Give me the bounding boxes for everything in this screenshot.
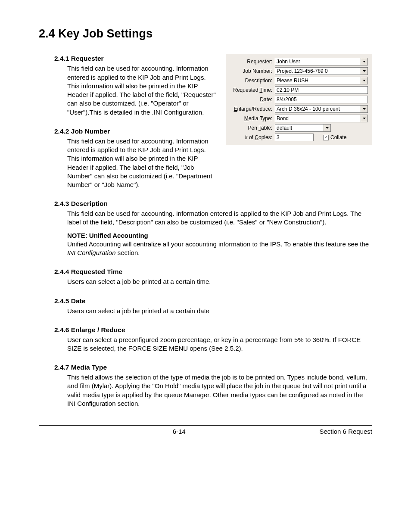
label-requester: Requester: [227, 58, 273, 65]
collate-checkbox[interactable]: ✓ Collate [323, 134, 346, 141]
note-body: Unified Accounting will centralize all y… [67, 240, 372, 258]
dropdown-icon[interactable] [361, 58, 367, 65]
page-title: 2.4 Key Job Settings [39, 26, 372, 41]
enlarge-reduce-value: Arch D 36x24 - 100 percent [277, 106, 340, 112]
pen-table-combo[interactable]: default [275, 124, 331, 132]
job-number-combo[interactable]: Project 123-456-789 0 [275, 67, 368, 75]
date-value: 8/4/2005 [277, 96, 297, 103]
label-pen-table: Pen Table: [227, 124, 273, 131]
section-job-number: 2.4.2 Job Number This field can be used … [39, 127, 217, 189]
page-number: 6-14 [39, 427, 319, 436]
section-head: 2.4.7 Media Type [54, 363, 372, 372]
dropdown-icon[interactable] [361, 106, 367, 112]
copies-field[interactable]: 3 [275, 134, 314, 141]
section-body: Users can select a job be printed at a c… [54, 277, 372, 286]
requested-time-field[interactable]: 02:10 PM [275, 86, 368, 94]
section-head: 2.4.5 Date [54, 297, 372, 306]
pen-table-value: default [277, 124, 292, 131]
section-media-type: 2.4.7 Media Type This field allows the s… [39, 363, 372, 408]
section-requested-time: 2.4.4 Requested Time Users can select a … [39, 268, 372, 286]
label-media-type: Media Type: [227, 115, 273, 122]
section-body: User can select a preconfigured zoom per… [54, 336, 372, 353]
section-body: This field can be used for accounting. I… [54, 137, 217, 190]
requester-combo[interactable]: John User [275, 58, 368, 65]
label-requested-time: Requested Time: [227, 87, 273, 93]
section-head: 2.4.2 Job Number [54, 127, 217, 136]
dropdown-icon[interactable] [361, 115, 367, 122]
date-field[interactable]: 8/4/2005 [275, 96, 368, 103]
dropdown-icon[interactable] [361, 68, 367, 75]
job-settings-form: Requester: John User Job Number: Project… [226, 54, 372, 145]
copies-value: 3 [277, 134, 280, 141]
media-type-value: Bond [277, 115, 289, 122]
label-enlarge-reduce: Enlarge/Reduce: [227, 106, 273, 112]
section-body: This field can be used for accounting. I… [67, 209, 372, 227]
section-description: 2.4.3 Description This field can be used… [39, 199, 372, 257]
label-description: Description: [227, 77, 273, 84]
section-head: 2.4.3 Description [54, 199, 372, 208]
section-head: 2.4.4 Requested Time [54, 268, 372, 277]
section-requester: 2.4.1 Requester This field can be used f… [39, 54, 217, 116]
footer-section: Section 6 Request [319, 427, 372, 436]
job-number-value: Project 123-456-789 0 [277, 68, 328, 75]
section-head: 2.4.1 Requester [54, 54, 217, 63]
section-enlarge-reduce: 2.4.6 Enlarge / Reduce User can select a… [39, 326, 372, 353]
section-body: This field can be used for accounting. I… [54, 64, 217, 117]
label-job-number: Job Number: [227, 68, 273, 75]
section-head: 2.4.6 Enlarge / Reduce [54, 326, 372, 335]
requester-value: John User [277, 58, 300, 65]
checkbox-icon: ✓ [323, 135, 329, 140]
page-footer: 6-14 Section 6 Request [39, 426, 372, 436]
description-combo[interactable]: Please RUSH [275, 77, 368, 84]
media-type-combo[interactable]: Bond [275, 115, 368, 122]
enlarge-reduce-combo[interactable]: Arch D 36x24 - 100 percent [275, 105, 368, 113]
section-body: Users can select a job be printed at a c… [54, 307, 372, 315]
section-date: 2.4.5 Date Users can select a job be pri… [39, 297, 372, 315]
note-heading: NOTE: Unified Accounting [67, 231, 372, 240]
collate-label: Collate [330, 134, 346, 141]
description-value: Please RUSH [277, 77, 308, 84]
label-copies: # of Copies: [227, 134, 273, 141]
dropdown-icon[interactable] [361, 77, 367, 84]
section-body: This field allows the selection of the t… [54, 373, 372, 408]
requested-time-value: 02:10 PM [277, 87, 299, 93]
dropdown-icon[interactable] [324, 124, 330, 131]
label-date: Date: [227, 96, 273, 103]
